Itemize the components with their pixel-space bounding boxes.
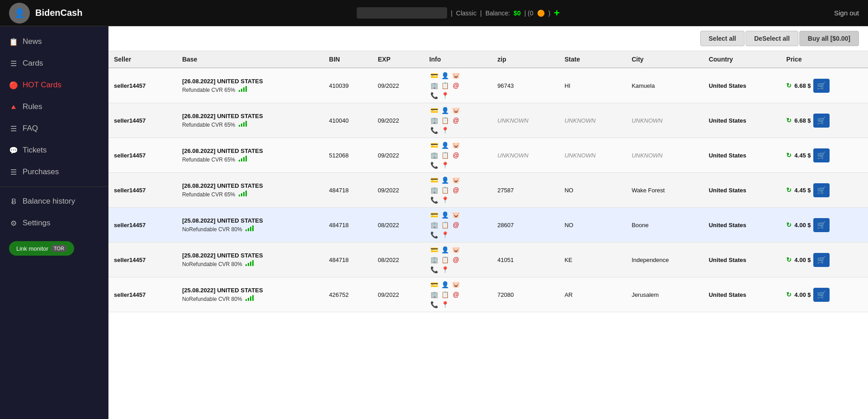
table-row: seller14457[25.08.2022] UNITED STATESNoR…	[108, 243, 868, 277]
add-balance-button[interactable]: +	[554, 7, 560, 19]
cell-state: UNKNOWN	[559, 103, 626, 138]
balance-label: |	[480, 10, 482, 17]
info-icon: 📍	[440, 230, 450, 239]
buy-all-button[interactable]: Buy all [$0.00]	[799, 31, 859, 46]
refresh-icon: ↻	[786, 256, 792, 263]
cell-price: ↻6.68 $🛒	[781, 103, 868, 138]
table-row: seller14457[25.08.2022] UNITED STATESNoR…	[108, 277, 868, 312]
add-to-cart-button[interactable]: 🛒	[813, 253, 830, 267]
sidebar-label-cards: Cards	[23, 59, 43, 68]
table-row: seller14457[26.08.2022] UNITED STATESRef…	[108, 103, 868, 138]
sidebar-label-news: News	[23, 37, 42, 46]
sidebar-label-purchases: Purchases	[23, 167, 59, 176]
info-icon: 🏢	[429, 81, 439, 90]
sidebar-item-balance-history[interactable]: Ƀ Balance history	[0, 190, 108, 212]
sidebar-item-tickets[interactable]: 💬 Tickets	[0, 139, 108, 161]
cell-info: 💳👤🐷🏢📋@📞📍	[424, 103, 492, 138]
info-icon: 📞	[429, 230, 439, 239]
refresh-icon: ↻	[786, 82, 792, 89]
price-value: 4.45 $	[794, 152, 811, 159]
info-icon: 📋	[440, 220, 450, 229]
cards-icon: ☰	[9, 59, 18, 68]
search-input[interactable]	[357, 7, 447, 19]
info-icon: @	[451, 81, 461, 90]
cell-base: [26.08.2022] UNITED STATESRefundable CVR…	[177, 138, 324, 173]
info-icon: 📞	[429, 126, 439, 135]
cell-zip: UNKNOWN	[492, 138, 559, 173]
cell-price: ↻4.45 $🛒	[781, 173, 868, 208]
cell-city: Wake Forest	[626, 173, 703, 208]
info-icon: 🐷	[451, 141, 461, 150]
col-info: Info	[424, 51, 492, 68]
sidebar-item-purchases[interactable]: ☰ Purchases	[0, 161, 108, 183]
info-icon: 📍	[440, 91, 450, 100]
info-icon: 👤	[440, 106, 450, 115]
select-all-button[interactable]: Select all	[700, 31, 745, 46]
cell-country: United States	[703, 68, 781, 103]
info-icon: 💳	[429, 210, 439, 219]
topbar-center: | Classic | Balance: $0 | (0 🟠 ) +	[357, 7, 560, 19]
sidebar-item-rules[interactable]: 🔺 Rules	[0, 96, 108, 118]
price-value: 6.68 $	[794, 117, 811, 124]
cell-bin: 426752	[324, 277, 373, 312]
cell-price: ↻4.00 $🛒	[781, 277, 868, 312]
cell-seller: seller14457	[108, 138, 177, 173]
cell-city: Boone	[626, 208, 703, 243]
add-to-cart-button[interactable]: 🛒	[813, 218, 830, 232]
coin-icon: 🟠	[537, 10, 545, 17]
cell-exp: 08/2022	[373, 243, 424, 277]
refresh-icon: ↻	[786, 291, 792, 298]
add-to-cart-button[interactable]: 🛒	[813, 114, 830, 128]
classic-label: |	[451, 10, 453, 17]
col-state: State	[559, 51, 626, 68]
table-row: seller14457[25.08.2022] UNITED STATESNoR…	[108, 208, 868, 243]
cell-city: Jerusalem	[626, 277, 703, 312]
add-to-cart-button[interactable]: 🛒	[813, 288, 830, 302]
sidebar-item-cards[interactable]: ☰ Cards	[0, 52, 108, 74]
info-icon: 👤	[440, 245, 450, 254]
info-icon: @	[451, 220, 461, 229]
cell-info: 💳👤🐷🏢📋@📞📍	[424, 208, 492, 243]
deselect-all-button[interactable]: DeSelect all	[745, 31, 798, 46]
sidebar-item-faq[interactable]: ☰ FAQ	[0, 118, 108, 139]
info-icon: 💳	[429, 106, 439, 115]
cell-bin: 484718	[324, 208, 373, 243]
sidebar-item-news[interactable]: 📋 News	[0, 31, 108, 52]
main-layout: 📋 News ☰ Cards 🔴 HOT Cards 🔺 Rules ☰ FAQ…	[0, 26, 868, 419]
sidebar-divider	[0, 186, 108, 187]
cell-info: 💳👤🐷🏢📋@📞📍	[424, 138, 492, 173]
cell-country: United States	[703, 173, 781, 208]
info-icon	[451, 161, 461, 170]
cell-seller: seller14457	[108, 208, 177, 243]
sidebar-item-settings[interactable]: ⚙ Settings	[0, 212, 108, 234]
info-icon	[451, 195, 461, 205]
col-exp: EXP	[373, 51, 424, 68]
sidebar-item-hot-cards[interactable]: 🔴 HOT Cards	[0, 74, 108, 96]
cell-info: 💳👤🐷🏢📋@📞📍	[424, 68, 492, 103]
cell-zip: UNKNOWN	[492, 103, 559, 138]
info-icon	[451, 126, 461, 135]
add-to-cart-button[interactable]: 🛒	[813, 183, 830, 197]
rules-icon: 🔺	[9, 103, 18, 111]
topbar: 👤 BidenCash | Classic | Balance: $0 | (0…	[0, 0, 868, 26]
cell-seller: seller14457	[108, 68, 177, 103]
refresh-icon: ↻	[786, 117, 792, 124]
signout-button[interactable]: Sign out	[834, 9, 859, 17]
info-icon: 📍	[440, 126, 450, 135]
link-monitor-button[interactable]: Link monitor TOR	[9, 241, 74, 256]
info-icon: 📞	[429, 265, 439, 274]
sidebar-label-rules: Rules	[23, 102, 42, 111]
cell-state: NO	[559, 173, 626, 208]
info-icon: 👤	[440, 71, 450, 80]
info-icon: 📋	[440, 81, 450, 90]
add-to-cart-button[interactable]: 🛒	[813, 148, 830, 162]
sidebar: 📋 News ☰ Cards 🔴 HOT Cards 🔺 Rules ☰ FAQ…	[0, 26, 108, 419]
cell-zip: 72080	[492, 277, 559, 312]
balance-history-icon: Ƀ	[9, 197, 18, 206]
add-to-cart-button[interactable]: 🛒	[813, 79, 830, 93]
info-icon: 💳	[429, 176, 439, 185]
tickets-icon: 💬	[9, 146, 18, 155]
info-icon: 🐷	[451, 106, 461, 115]
topbar-left: 👤 BidenCash	[9, 3, 82, 24]
info-icon: 📞	[429, 195, 439, 205]
